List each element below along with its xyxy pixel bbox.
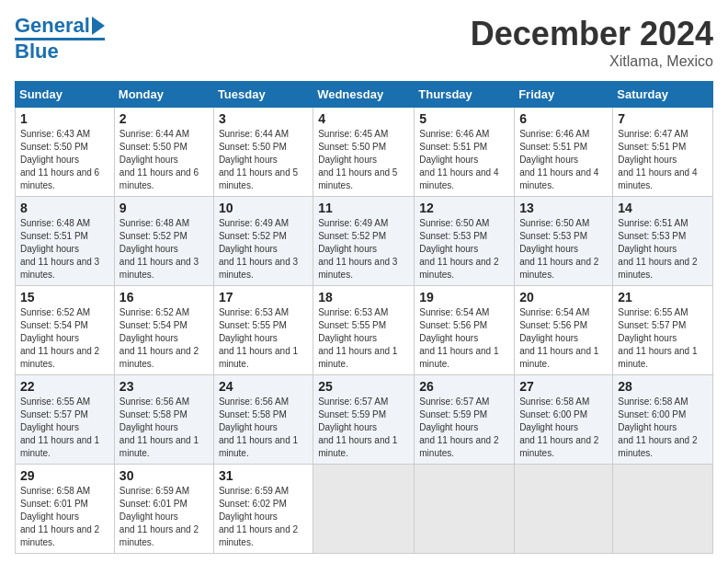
calendar-cell: 9 Sunrise: 6:48 AM Sunset: 5:52 PM Dayli… xyxy=(114,197,213,286)
calendar-cell: 31 Sunrise: 6:59 AM Sunset: 6:02 PM Dayl… xyxy=(213,465,313,554)
day-number: 23 xyxy=(119,379,209,394)
day-number: 2 xyxy=(119,111,209,126)
day-number: 21 xyxy=(618,290,708,304)
calendar-week-1: 1 Sunrise: 6:43 AM Sunset: 5:50 PM Dayli… xyxy=(16,108,713,197)
calendar-cell: 19 Sunrise: 6:54 AM Sunset: 5:56 PM Dayl… xyxy=(415,286,515,375)
day-info: Sunrise: 6:59 AM Sunset: 6:01 PM Dayligh… xyxy=(119,486,199,547)
day-info: Sunrise: 6:55 AM Sunset: 5:57 PM Dayligh… xyxy=(618,307,697,369)
day-info: Sunrise: 6:54 AM Sunset: 5:56 PM Dayligh… xyxy=(519,307,598,369)
day-info: Sunrise: 6:52 AM Sunset: 5:54 PM Dayligh… xyxy=(119,307,199,369)
day-number: 9 xyxy=(119,201,209,215)
calendar-cell: 26 Sunrise: 6:57 AM Sunset: 5:59 PM Dayl… xyxy=(415,375,515,465)
calendar-cell xyxy=(515,465,613,554)
calendar-cell: 14 Sunrise: 6:51 AM Sunset: 5:53 PM Dayl… xyxy=(613,197,713,286)
day-number: 26 xyxy=(419,379,509,394)
day-info: Sunrise: 6:49 AM Sunset: 5:52 PM Dayligh… xyxy=(318,218,397,280)
day-info: Sunrise: 6:44 AM Sunset: 5:50 PM Dayligh… xyxy=(219,129,298,190)
month-title: December 2024 xyxy=(471,15,713,53)
day-info: Sunrise: 6:54 AM Sunset: 5:56 PM Dayligh… xyxy=(419,307,498,369)
calendar-cell: 5 Sunrise: 6:46 AM Sunset: 5:51 PM Dayli… xyxy=(415,108,515,197)
day-number: 17 xyxy=(219,290,308,304)
day-number: 16 xyxy=(119,290,209,304)
day-number: 30 xyxy=(119,468,209,483)
logo-text: General xyxy=(15,15,90,37)
calendar-cell: 27 Sunrise: 6:58 AM Sunset: 6:00 PM Dayl… xyxy=(515,375,613,465)
day-info: Sunrise: 6:48 AM Sunset: 5:51 PM Dayligh… xyxy=(20,218,99,280)
day-info: Sunrise: 6:58 AM Sunset: 6:01 PM Dayligh… xyxy=(20,486,99,547)
title-section: December 2024 Xitlama, Mexico xyxy=(471,15,713,70)
calendar-cell: 21 Sunrise: 6:55 AM Sunset: 5:57 PM Dayl… xyxy=(613,286,713,375)
day-info: Sunrise: 6:48 AM Sunset: 5:52 PM Dayligh… xyxy=(119,218,199,280)
day-number: 22 xyxy=(20,379,109,394)
day-info: Sunrise: 6:53 AM Sunset: 5:55 PM Dayligh… xyxy=(318,307,397,369)
day-info: Sunrise: 6:59 AM Sunset: 6:02 PM Dayligh… xyxy=(219,486,298,547)
calendar-cell: 23 Sunrise: 6:56 AM Sunset: 5:58 PM Dayl… xyxy=(114,375,213,465)
day-info: Sunrise: 6:56 AM Sunset: 5:58 PM Dayligh… xyxy=(219,396,298,458)
day-info: Sunrise: 6:49 AM Sunset: 5:52 PM Dayligh… xyxy=(219,218,298,280)
day-number: 31 xyxy=(219,468,308,483)
calendar-cell: 2 Sunrise: 6:44 AM Sunset: 5:50 PM Dayli… xyxy=(114,108,213,197)
calendar-header-tuesday: Tuesday xyxy=(213,82,313,108)
calendar-cell: 7 Sunrise: 6:47 AM Sunset: 5:51 PM Dayli… xyxy=(613,108,713,197)
location-title: Xitlama, Mexico xyxy=(471,53,713,70)
day-info: Sunrise: 6:58 AM Sunset: 6:00 PM Dayligh… xyxy=(519,396,598,458)
day-info: Sunrise: 6:51 AM Sunset: 5:53 PM Dayligh… xyxy=(618,218,697,280)
calendar-cell: 28 Sunrise: 6:58 AM Sunset: 6:00 PM Dayl… xyxy=(613,375,713,465)
day-info: Sunrise: 6:57 AM Sunset: 5:59 PM Dayligh… xyxy=(318,396,397,458)
day-number: 18 xyxy=(318,290,409,304)
calendar-week-5: 29 Sunrise: 6:58 AM Sunset: 6:01 PM Dayl… xyxy=(16,465,713,554)
day-number: 24 xyxy=(219,379,308,394)
calendar-header-row: SundayMondayTuesdayWednesdayThursdayFrid… xyxy=(16,82,713,108)
calendar-cell: 25 Sunrise: 6:57 AM Sunset: 5:59 PM Dayl… xyxy=(313,375,415,465)
calendar-cell: 16 Sunrise: 6:52 AM Sunset: 5:54 PM Dayl… xyxy=(114,286,213,375)
logo: General Blue xyxy=(15,15,105,63)
calendar-cell: 30 Sunrise: 6:59 AM Sunset: 6:01 PM Dayl… xyxy=(114,465,213,554)
calendar-cell: 12 Sunrise: 6:50 AM Sunset: 5:53 PM Dayl… xyxy=(415,197,515,286)
calendar-cell: 11 Sunrise: 6:49 AM Sunset: 5:52 PM Dayl… xyxy=(313,197,415,286)
day-number: 19 xyxy=(419,290,509,304)
day-number: 13 xyxy=(519,201,608,215)
day-number: 27 xyxy=(519,379,608,394)
day-number: 25 xyxy=(318,379,409,394)
calendar-cell: 10 Sunrise: 6:49 AM Sunset: 5:52 PM Dayl… xyxy=(213,197,313,286)
calendar-cell: 4 Sunrise: 6:45 AM Sunset: 5:50 PM Dayli… xyxy=(313,108,415,197)
calendar-cell: 29 Sunrise: 6:58 AM Sunset: 6:01 PM Dayl… xyxy=(16,465,115,554)
calendar-cell: 1 Sunrise: 6:43 AM Sunset: 5:50 PM Dayli… xyxy=(16,108,115,197)
day-number: 5 xyxy=(419,111,509,126)
calendar-week-3: 15 Sunrise: 6:52 AM Sunset: 5:54 PM Dayl… xyxy=(16,286,713,375)
calendar-header-monday: Monday xyxy=(114,82,213,108)
day-number: 4 xyxy=(318,111,409,126)
day-number: 29 xyxy=(20,468,109,483)
day-info: Sunrise: 6:57 AM Sunset: 5:59 PM Dayligh… xyxy=(419,396,498,458)
calendar-header-saturday: Saturday xyxy=(613,82,713,108)
day-info: Sunrise: 6:46 AM Sunset: 5:51 PM Dayligh… xyxy=(519,129,598,190)
day-info: Sunrise: 6:58 AM Sunset: 6:00 PM Dayligh… xyxy=(618,396,697,458)
calendar-week-4: 22 Sunrise: 6:55 AM Sunset: 5:57 PM Dayl… xyxy=(16,375,713,465)
day-info: Sunrise: 6:55 AM Sunset: 5:57 PM Dayligh… xyxy=(20,396,99,458)
calendar-cell xyxy=(313,465,415,554)
calendar-header-sunday: Sunday xyxy=(16,82,115,108)
calendar-cell: 8 Sunrise: 6:48 AM Sunset: 5:51 PM Dayli… xyxy=(16,197,115,286)
day-number: 14 xyxy=(618,201,708,215)
day-number: 28 xyxy=(618,379,708,394)
day-info: Sunrise: 6:46 AM Sunset: 5:51 PM Dayligh… xyxy=(419,129,498,190)
calendar-header-thursday: Thursday xyxy=(415,82,515,108)
logo-blue-text: Blue xyxy=(15,40,59,63)
day-info: Sunrise: 6:47 AM Sunset: 5:51 PM Dayligh… xyxy=(618,129,697,190)
calendar-header-friday: Friday xyxy=(515,82,613,108)
calendar-cell: 20 Sunrise: 6:54 AM Sunset: 5:56 PM Dayl… xyxy=(515,286,613,375)
day-number: 20 xyxy=(519,290,608,304)
day-number: 10 xyxy=(219,201,308,215)
day-info: Sunrise: 6:50 AM Sunset: 5:53 PM Dayligh… xyxy=(519,218,598,280)
calendar-cell xyxy=(613,465,713,554)
page-header: General Blue December 2024 Xitlama, Mexi… xyxy=(15,15,713,70)
day-number: 6 xyxy=(519,111,608,126)
calendar-cell: 18 Sunrise: 6:53 AM Sunset: 5:55 PM Dayl… xyxy=(313,286,415,375)
calendar-header-wednesday: Wednesday xyxy=(313,82,415,108)
day-number: 12 xyxy=(419,201,509,215)
day-info: Sunrise: 6:44 AM Sunset: 5:50 PM Dayligh… xyxy=(119,129,199,190)
calendar-cell xyxy=(415,465,515,554)
day-number: 8 xyxy=(20,201,109,215)
day-number: 15 xyxy=(20,290,109,304)
calendar-cell: 3 Sunrise: 6:44 AM Sunset: 5:50 PM Dayli… xyxy=(213,108,313,197)
